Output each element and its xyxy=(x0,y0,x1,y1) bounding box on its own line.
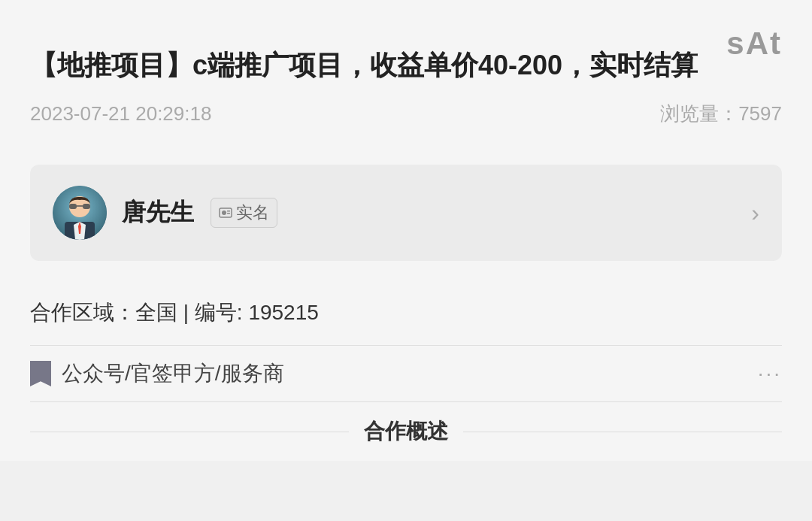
article-title: 【地推项目】c端推广项目，收益单价40-200，实时结算 xyxy=(30,45,782,86)
view-count-label: 浏览量： xyxy=(660,102,738,125)
verified-icon xyxy=(219,206,232,220)
divider-line-right xyxy=(463,432,782,432)
view-count: 浏览量：7597 xyxy=(660,101,782,127)
category-text: 公众号/官签甲方/服务商 xyxy=(62,359,284,388)
verified-text: 实名 xyxy=(236,201,269,224)
page-container: sAt 【地推项目】c端推广项目，收益单价40-200，实时结算 2023-07… xyxy=(0,0,812,521)
cooperation-area: 合作区域：全国 | 编号: 195215 xyxy=(30,298,782,327)
sat-label: sAt xyxy=(726,26,782,62)
svg-rect-7 xyxy=(83,204,90,209)
verified-badge: 实名 xyxy=(211,198,277,228)
main-content: 【地推项目】c端推广项目，收益单价40-200，实时结算 2023-07-21 … xyxy=(0,0,812,461)
view-count-value: 7597 xyxy=(738,102,782,125)
section-title: 合作概述 xyxy=(364,417,448,446)
cooperation-label: 合作区域： xyxy=(30,301,135,324)
author-card[interactable]: 唐先生 实名 › xyxy=(30,165,782,261)
avatar xyxy=(53,186,107,240)
more-options-icon[interactable]: ··· xyxy=(758,362,782,386)
svg-rect-11 xyxy=(227,211,230,212)
divider-line-left xyxy=(30,432,349,432)
author-left: 唐先生 实名 xyxy=(53,186,277,240)
meta-row: 2023-07-21 20:29:18 浏览量：7597 xyxy=(30,101,782,127)
category-row[interactable]: 公众号/官签甲方/服务商 ··· xyxy=(30,345,782,401)
svg-point-10 xyxy=(222,211,226,215)
svg-rect-12 xyxy=(227,213,230,214)
info-section: 合作区域：全国 | 编号: 195215 公众号/官签甲方/服务商 ··· 合作… xyxy=(30,283,782,461)
separator: | xyxy=(183,301,189,324)
bookmark-icon xyxy=(30,361,51,386)
title-section: 【地推项目】c端推广项目，收益单价40-200，实时结算 2023-07-21 … xyxy=(30,23,782,165)
svg-rect-6 xyxy=(69,204,77,209)
author-name: 唐先生 xyxy=(122,196,194,229)
author-name-row: 唐先生 实名 xyxy=(122,196,277,229)
id-value: 195215 xyxy=(248,301,318,324)
chevron-right-icon: › xyxy=(751,199,759,227)
category-left: 公众号/官签甲方/服务商 xyxy=(30,359,284,388)
section-divider: 合作概述 xyxy=(30,401,782,446)
publish-time: 2023-07-21 20:29:18 xyxy=(30,102,211,126)
cooperation-area-value: 全国 xyxy=(135,301,177,324)
id-label: 编号: xyxy=(195,301,243,324)
